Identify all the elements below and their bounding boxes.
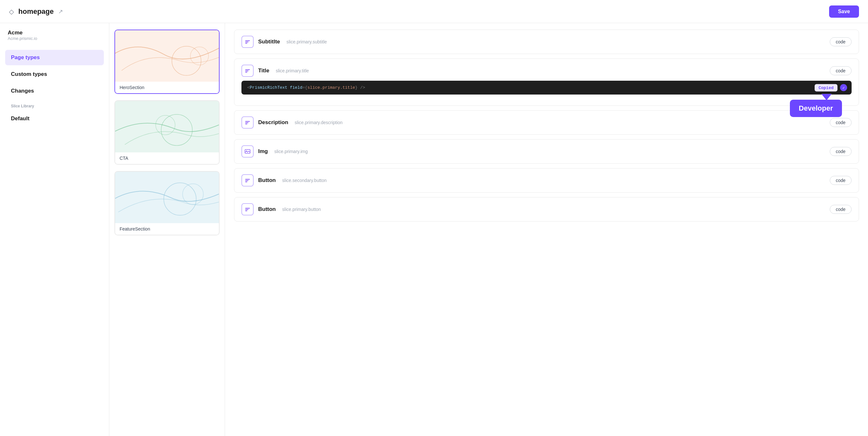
svg-point-4 <box>164 183 196 215</box>
header: ◇ homepage ↗ Save <box>0 0 868 23</box>
copied-area: Copied ✓ <box>815 84 847 91</box>
code-button-button-secondary[interactable]: code <box>830 176 851 185</box>
svg-rect-8 <box>245 43 247 44</box>
slice-preview-cta <box>115 101 219 152</box>
external-link-icon[interactable]: ↗ <box>58 8 63 15</box>
svg-rect-21 <box>245 209 248 210</box>
field-row-button-primary: Button slice.primary.button code <box>234 197 859 221</box>
field-icon-title <box>242 65 254 77</box>
copied-label: Copied <box>815 84 837 91</box>
field-name-button-primary: Button <box>258 206 276 213</box>
svg-rect-14 <box>245 124 247 124</box>
slice-preview-feature <box>115 172 219 223</box>
fields-column: Subtitlte slice.primary.subtitle code Ti… <box>225 23 868 436</box>
code-attr: field <box>290 85 303 90</box>
field-name-subtitle: Subtitlte <box>258 39 280 45</box>
field-row-img: Img slice.primary.img code <box>234 139 859 164</box>
slice-card-cta[interactable]: CTA <box>115 100 220 165</box>
field-path-title: slice.primary.title <box>276 68 309 73</box>
field-name-button-secondary: Button <box>258 177 276 184</box>
page-title: homepage <box>18 7 54 16</box>
field-icon-img <box>242 145 254 158</box>
code-snippet-title: <PrismicRichText field={slice.primary.ti… <box>242 81 851 95</box>
field-title-header: Title slice.primary.title code <box>242 65 851 77</box>
code-button-subtitle[interactable]: code <box>830 37 851 46</box>
svg-rect-17 <box>245 179 250 180</box>
sidebar-brand: Acme Acme.prismic.io <box>5 30 104 41</box>
code-button-title[interactable]: code <box>830 66 851 75</box>
sidebar-item-page-types[interactable]: Page types <box>5 50 104 65</box>
main-layout: Acme Acme.prismic.io Page types Custom t… <box>0 23 868 436</box>
field-icon-button-primary <box>242 203 254 215</box>
svg-rect-6 <box>245 40 250 41</box>
code-button-img[interactable]: code <box>830 147 851 156</box>
field-row-button-secondary: Button slice.secondary.button code <box>234 168 859 193</box>
slice-card-hero[interactable]: HeroSection <box>115 30 220 94</box>
code-button-button-primary[interactable]: code <box>830 205 851 214</box>
code-tag: PrismicRichText <box>250 85 287 90</box>
field-name-img: Img <box>258 148 268 155</box>
svg-rect-9 <box>245 69 250 70</box>
field-row-subtitle: Subtitlte slice.primary.subtitle code <box>234 30 859 54</box>
svg-rect-19 <box>245 182 247 182</box>
field-row-description: Description slice.primary.description co… <box>234 110 859 135</box>
sidebar-item-changes[interactable]: Changes <box>5 83 104 99</box>
svg-rect-11 <box>245 72 247 73</box>
header-left: ◇ homepage ↗ <box>9 7 63 16</box>
field-icon-description <box>242 116 254 129</box>
field-path-button-primary: slice.primary.button <box>282 207 321 212</box>
developer-tooltip: Developer <box>790 100 842 117</box>
diamond-icon: ◇ <box>9 8 14 15</box>
field-row-title: Title slice.primary.title code <PrismicR… <box>234 59 859 106</box>
svg-point-3 <box>156 116 175 135</box>
field-path-subtitle: slice.primary.subtitle <box>286 39 327 44</box>
field-name-description: Description <box>258 119 288 126</box>
svg-rect-10 <box>245 71 248 71</box>
svg-point-0 <box>172 46 201 75</box>
field-path-description: slice.primary.description <box>295 120 343 125</box>
svg-rect-18 <box>245 180 248 181</box>
save-button[interactable]: Save <box>829 5 859 18</box>
slice-column: HeroSection CTA <box>109 23 225 436</box>
slice-preview-hero <box>115 30 219 82</box>
svg-rect-20 <box>245 208 250 209</box>
tooltip-arrow <box>822 94 832 100</box>
slice-label-feature: FeatureSection <box>115 223 219 235</box>
field-icon-subtitle <box>242 36 254 48</box>
sidebar-item-default[interactable]: Default <box>5 111 104 126</box>
svg-rect-22 <box>245 211 247 211</box>
slice-label-hero: HeroSection <box>115 82 219 93</box>
field-icon-button-secondary <box>242 174 254 186</box>
code-punct-open: < <box>247 85 250 90</box>
brand-sub: Acme.prismic.io <box>8 36 101 41</box>
copied-check-icon: ✓ <box>840 84 847 91</box>
svg-rect-13 <box>245 123 248 123</box>
sidebar-section-label: Slice Library <box>11 104 104 108</box>
slice-label-cta: CTA <box>115 152 219 164</box>
code-value: slice.primary.title <box>307 85 355 90</box>
code-button-description[interactable]: code <box>830 118 851 127</box>
svg-point-2 <box>161 115 192 146</box>
slice-card-feature[interactable]: FeatureSection <box>115 171 220 236</box>
svg-rect-7 <box>245 42 248 42</box>
sidebar: Acme Acme.prismic.io Page types Custom t… <box>0 23 109 436</box>
field-path-img: slice.primary.img <box>274 149 308 154</box>
field-name-title: Title <box>258 67 270 74</box>
svg-rect-12 <box>245 121 250 122</box>
brand-name: Acme <box>8 30 101 36</box>
sidebar-item-custom-types[interactable]: Custom types <box>5 67 104 82</box>
field-path-button-secondary: slice.secondary.button <box>282 178 327 183</box>
